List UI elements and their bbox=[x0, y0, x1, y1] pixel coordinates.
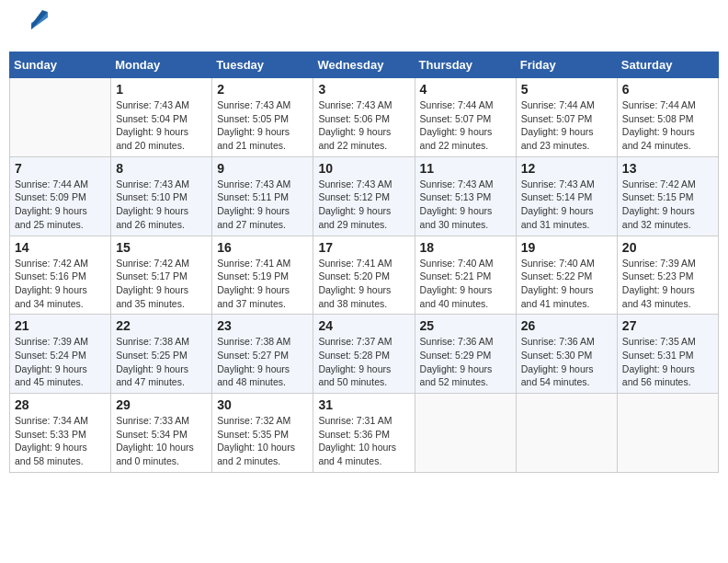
day-number: 23 bbox=[217, 318, 308, 333]
calendar-cell: 14Sunrise: 7:42 AMSunset: 5:16 PMDayligh… bbox=[10, 236, 111, 315]
day-info: Sunrise: 7:43 AMSunset: 5:04 PMDaylight:… bbox=[116, 98, 207, 153]
calendar-cell: 17Sunrise: 7:41 AMSunset: 5:20 PMDayligh… bbox=[313, 236, 415, 315]
calendar-cell: 11Sunrise: 7:43 AMSunset: 5:13 PMDayligh… bbox=[415, 156, 516, 236]
calendar-cell: 8Sunrise: 7:43 AMSunset: 5:10 PMDaylight… bbox=[111, 156, 212, 236]
day-number: 7 bbox=[15, 161, 106, 176]
day-number: 2 bbox=[217, 82, 308, 97]
calendar-week-4: 28Sunrise: 7:34 AMSunset: 5:33 PMDayligh… bbox=[10, 394, 719, 473]
page-header bbox=[9, 9, 719, 42]
day-number: 15 bbox=[116, 240, 207, 255]
calendar-cell: 12Sunrise: 7:43 AMSunset: 5:14 PMDayligh… bbox=[516, 156, 617, 236]
day-number: 11 bbox=[420, 161, 511, 176]
calendar-cell: 13Sunrise: 7:42 AMSunset: 5:15 PMDayligh… bbox=[617, 156, 718, 236]
day-info: Sunrise: 7:44 AMSunset: 5:07 PMDaylight:… bbox=[420, 98, 511, 153]
calendar-cell bbox=[10, 78, 111, 157]
calendar-cell: 5Sunrise: 7:44 AMSunset: 5:07 PMDaylight… bbox=[516, 78, 617, 157]
calendar-cell: 29Sunrise: 7:33 AMSunset: 5:34 PMDayligh… bbox=[111, 394, 212, 473]
header-wednesday: Wednesday bbox=[313, 52, 415, 78]
day-number: 17 bbox=[318, 240, 409, 255]
day-number: 22 bbox=[116, 318, 207, 333]
day-info: Sunrise: 7:35 AMSunset: 5:31 PMDaylight:… bbox=[622, 335, 713, 389]
day-number: 25 bbox=[420, 318, 511, 333]
day-info: Sunrise: 7:43 AMSunset: 5:12 PMDaylight:… bbox=[318, 178, 409, 232]
header-sunday: Sunday bbox=[10, 52, 111, 78]
day-info: Sunrise: 7:43 AMSunset: 5:11 PMDaylight:… bbox=[217, 178, 308, 232]
calendar-cell: 18Sunrise: 7:40 AMSunset: 5:21 PMDayligh… bbox=[415, 236, 516, 315]
day-info: Sunrise: 7:44 AMSunset: 5:09 PMDaylight:… bbox=[15, 178, 106, 232]
day-number: 19 bbox=[521, 240, 612, 255]
day-info: Sunrise: 7:42 AMSunset: 5:15 PMDaylight:… bbox=[622, 178, 713, 232]
day-number: 5 bbox=[521, 82, 612, 97]
day-number: 1 bbox=[116, 82, 207, 97]
calendar-cell: 31Sunrise: 7:31 AMSunset: 5:36 PMDayligh… bbox=[313, 394, 415, 473]
day-info: Sunrise: 7:39 AMSunset: 5:23 PMDaylight:… bbox=[622, 257, 713, 311]
day-info: Sunrise: 7:33 AMSunset: 5:34 PMDaylight:… bbox=[116, 414, 207, 468]
calendar-cell: 3Sunrise: 7:43 AMSunset: 5:06 PMDaylight… bbox=[313, 78, 415, 157]
calendar-cell: 19Sunrise: 7:40 AMSunset: 5:22 PMDayligh… bbox=[516, 236, 617, 315]
day-info: Sunrise: 7:42 AMSunset: 5:17 PMDaylight:… bbox=[116, 257, 207, 311]
day-info: Sunrise: 7:38 AMSunset: 5:25 PMDaylight:… bbox=[116, 335, 207, 389]
day-number: 16 bbox=[217, 240, 308, 255]
day-info: Sunrise: 7:40 AMSunset: 5:21 PMDaylight:… bbox=[420, 257, 511, 311]
day-info: Sunrise: 7:36 AMSunset: 5:30 PMDaylight:… bbox=[521, 335, 612, 389]
calendar-cell: 15Sunrise: 7:42 AMSunset: 5:17 PMDayligh… bbox=[111, 236, 212, 315]
calendar-cell: 1Sunrise: 7:43 AMSunset: 5:04 PMDaylight… bbox=[111, 78, 212, 157]
day-number: 4 bbox=[420, 82, 511, 97]
calendar-cell: 25Sunrise: 7:36 AMSunset: 5:29 PMDayligh… bbox=[415, 315, 516, 394]
calendar-cell: 26Sunrise: 7:36 AMSunset: 5:30 PMDayligh… bbox=[516, 315, 617, 394]
day-info: Sunrise: 7:43 AMSunset: 5:06 PMDaylight:… bbox=[318, 98, 409, 153]
header-monday: Monday bbox=[111, 52, 212, 78]
svg-marker-1 bbox=[31, 10, 48, 29]
day-number: 13 bbox=[622, 161, 713, 176]
day-number: 3 bbox=[318, 82, 409, 97]
day-number: 31 bbox=[318, 397, 409, 412]
day-number: 14 bbox=[15, 240, 106, 255]
calendar-week-2: 14Sunrise: 7:42 AMSunset: 5:16 PMDayligh… bbox=[10, 236, 719, 315]
day-number: 27 bbox=[622, 318, 713, 333]
day-info: Sunrise: 7:31 AMSunset: 5:36 PMDaylight:… bbox=[318, 414, 409, 468]
day-info: Sunrise: 7:42 AMSunset: 5:16 PMDaylight:… bbox=[15, 257, 106, 311]
day-number: 12 bbox=[521, 161, 612, 176]
day-number: 24 bbox=[318, 318, 409, 333]
calendar-week-1: 7Sunrise: 7:44 AMSunset: 5:09 PMDaylight… bbox=[10, 156, 719, 236]
day-info: Sunrise: 7:36 AMSunset: 5:29 PMDaylight:… bbox=[420, 335, 511, 389]
calendar-cell: 21Sunrise: 7:39 AMSunset: 5:24 PMDayligh… bbox=[10, 315, 111, 394]
day-number: 28 bbox=[15, 397, 106, 412]
day-number: 18 bbox=[420, 240, 511, 255]
day-info: Sunrise: 7:32 AMSunset: 5:35 PMDaylight:… bbox=[217, 414, 308, 468]
calendar-cell: 30Sunrise: 7:32 AMSunset: 5:35 PMDayligh… bbox=[212, 394, 313, 473]
day-info: Sunrise: 7:38 AMSunset: 5:27 PMDaylight:… bbox=[217, 335, 308, 389]
calendar-cell: 4Sunrise: 7:44 AMSunset: 5:07 PMDaylight… bbox=[415, 78, 516, 157]
calendar-cell: 22Sunrise: 7:38 AMSunset: 5:25 PMDayligh… bbox=[111, 315, 212, 394]
day-info: Sunrise: 7:40 AMSunset: 5:22 PMDaylight:… bbox=[521, 257, 612, 311]
day-number: 6 bbox=[622, 82, 713, 97]
day-number: 26 bbox=[521, 318, 612, 333]
logo-icon bbox=[22, 6, 50, 34]
header-tuesday: Tuesday bbox=[212, 52, 313, 78]
logo bbox=[18, 14, 50, 38]
day-number: 8 bbox=[116, 161, 207, 176]
day-number: 9 bbox=[217, 161, 308, 176]
calendar-cell: 24Sunrise: 7:37 AMSunset: 5:28 PMDayligh… bbox=[313, 315, 415, 394]
header-friday: Friday bbox=[516, 52, 617, 78]
day-info: Sunrise: 7:41 AMSunset: 5:20 PMDaylight:… bbox=[318, 257, 409, 311]
calendar-week-3: 21Sunrise: 7:39 AMSunset: 5:24 PMDayligh… bbox=[10, 315, 719, 394]
day-number: 21 bbox=[15, 318, 106, 333]
calendar-cell: 7Sunrise: 7:44 AMSunset: 5:09 PMDaylight… bbox=[10, 156, 111, 236]
day-number: 20 bbox=[622, 240, 713, 255]
day-number: 30 bbox=[217, 397, 308, 412]
calendar-cell bbox=[415, 394, 516, 473]
calendar-cell: 6Sunrise: 7:44 AMSunset: 5:08 PMDaylight… bbox=[617, 78, 718, 157]
calendar-cell: 16Sunrise: 7:41 AMSunset: 5:19 PMDayligh… bbox=[212, 236, 313, 315]
calendar-week-0: 1Sunrise: 7:43 AMSunset: 5:04 PMDaylight… bbox=[10, 78, 719, 157]
day-info: Sunrise: 7:44 AMSunset: 5:08 PMDaylight:… bbox=[622, 98, 713, 153]
day-info: Sunrise: 7:41 AMSunset: 5:19 PMDaylight:… bbox=[217, 257, 308, 311]
calendar-cell bbox=[516, 394, 617, 473]
day-info: Sunrise: 7:34 AMSunset: 5:33 PMDaylight:… bbox=[15, 414, 106, 468]
day-info: Sunrise: 7:43 AMSunset: 5:13 PMDaylight:… bbox=[420, 178, 511, 232]
calendar-header-row: SundayMondayTuesdayWednesdayThursdayFrid… bbox=[10, 52, 719, 78]
calendar-cell: 2Sunrise: 7:43 AMSunset: 5:05 PMDaylight… bbox=[212, 78, 313, 157]
day-info: Sunrise: 7:43 AMSunset: 5:05 PMDaylight:… bbox=[217, 98, 308, 153]
calendar-cell: 28Sunrise: 7:34 AMSunset: 5:33 PMDayligh… bbox=[10, 394, 111, 473]
calendar-cell: 10Sunrise: 7:43 AMSunset: 5:12 PMDayligh… bbox=[313, 156, 415, 236]
